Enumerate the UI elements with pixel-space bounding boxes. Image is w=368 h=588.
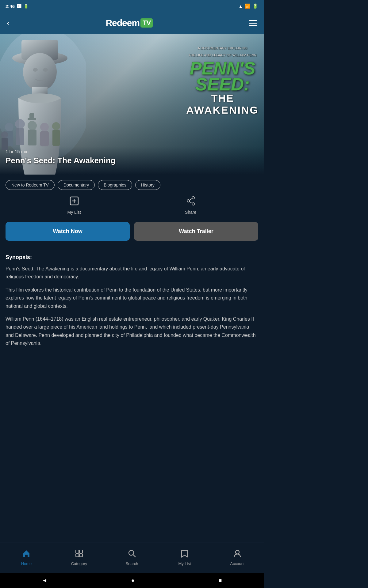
nav-search-label: Search xyxy=(125,561,138,566)
svg-point-36 xyxy=(236,550,239,554)
nav-account[interactable]: Account xyxy=(211,549,264,566)
account-icon xyxy=(233,549,242,560)
svg-point-16 xyxy=(52,122,60,130)
movie-title-graphic: A DOCUMENTARY EXPLORING THE LIFE AND LEG… xyxy=(186,46,259,116)
svg-rect-13 xyxy=(28,130,36,145)
tags-row: New to Redeem TV Documentary Biographies… xyxy=(0,175,264,193)
svg-point-25 xyxy=(192,197,194,199)
svg-point-12 xyxy=(28,121,37,130)
svg-point-10 xyxy=(15,119,25,129)
share-label: Share xyxy=(185,210,196,215)
tag-history[interactable]: History xyxy=(135,180,160,190)
nav-mylist-label: My List xyxy=(178,561,191,566)
movie-name-the: THE xyxy=(186,92,259,104)
svg-rect-17 xyxy=(52,130,60,146)
tag-documentary[interactable]: Documentary xyxy=(58,180,95,190)
bottom-nav: Home Category Search My List xyxy=(0,542,264,573)
nav-search[interactable]: Search xyxy=(105,549,158,566)
android-nav: ◄ ● ■ xyxy=(0,573,264,588)
svg-point-7 xyxy=(43,68,48,72)
menu-button[interactable] xyxy=(249,20,257,26)
nav-home[interactable]: Home xyxy=(0,549,53,566)
svg-point-27 xyxy=(187,200,190,202)
cta-row: Watch Now Watch Trailer xyxy=(0,220,264,248)
menu-line-1 xyxy=(249,20,257,21)
menu-line-2 xyxy=(249,23,257,24)
svg-rect-21 xyxy=(29,113,34,119)
wifi-icon: ▲ xyxy=(238,4,243,9)
svg-point-6 xyxy=(33,68,38,72)
action-row: My List Share xyxy=(0,193,264,220)
svg-point-18 xyxy=(1,131,8,138)
search-icon xyxy=(128,549,136,560)
back-button[interactable]: ‹ xyxy=(7,18,10,28)
my-list-button[interactable]: My List xyxy=(67,196,81,215)
svg-line-28 xyxy=(189,198,192,200)
category-icon xyxy=(75,549,83,560)
synopsis-title: Synopsis: xyxy=(6,254,258,261)
hero-title: Penn's Seed: The Awakening xyxy=(6,156,258,165)
app-logo: Redeem TV xyxy=(105,18,153,28)
nav-home-label: Home xyxy=(21,561,32,566)
nav-category-label: Category xyxy=(71,561,87,566)
status-bar: 2:46 🅿 🔋 ▲ 📶 🔋 xyxy=(0,0,264,12)
battery-icon: 🔋 xyxy=(24,4,29,9)
header: ‹ Redeem TV xyxy=(0,12,264,34)
my-list-icon xyxy=(69,196,79,208)
tag-new-to-redeem[interactable]: New to Redeem TV xyxy=(6,180,55,190)
svg-point-3 xyxy=(23,53,57,91)
battery-status-icon: 🔋 xyxy=(252,3,258,9)
hero-banner: A DOCUMENTARY EXPLORING THE LIFE AND LEG… xyxy=(0,34,264,175)
svg-rect-30 xyxy=(76,550,79,553)
android-back[interactable]: ◄ xyxy=(42,577,48,584)
my-list-label: My List xyxy=(67,210,81,215)
signal-icon: 📶 xyxy=(245,3,251,9)
movie-tagline-2: THE LIFE AND LEGACY OF WILLIAM PENN xyxy=(186,53,259,58)
android-recent[interactable]: ■ xyxy=(218,577,222,584)
nav-account-label: Account xyxy=(230,561,245,566)
watch-trailer-button[interactable]: Watch Trailer xyxy=(134,222,258,241)
svg-rect-33 xyxy=(79,554,82,557)
svg-rect-15 xyxy=(40,131,49,146)
movie-tagline-1: A DOCUMENTARY EXPLORING xyxy=(186,46,259,51)
svg-point-14 xyxy=(40,123,49,131)
share-icon xyxy=(186,196,196,208)
status-time: 2:46 xyxy=(6,4,15,9)
tag-biographies[interactable]: Biographies xyxy=(98,180,132,190)
menu-line-3 xyxy=(249,25,257,26)
logo-tv: TV xyxy=(140,18,153,28)
status-right: ▲ 📶 🔋 xyxy=(238,3,258,9)
nav-mylist[interactable]: My List xyxy=(158,549,211,566)
share-button[interactable]: Share xyxy=(185,196,196,215)
svg-point-8 xyxy=(5,123,13,131)
movie-name-seed: SEED: xyxy=(186,76,259,92)
svg-rect-32 xyxy=(76,554,79,557)
status-left: 2:46 🅿 🔋 xyxy=(6,4,29,9)
svg-rect-31 xyxy=(79,550,82,553)
mylist-icon xyxy=(180,549,189,560)
svg-point-34 xyxy=(129,550,134,555)
watch-now-button[interactable]: Watch Now xyxy=(6,222,130,241)
svg-rect-19 xyxy=(2,138,8,150)
svg-line-29 xyxy=(189,202,192,203)
svg-line-35 xyxy=(133,555,136,557)
synopsis-paragraph-2: This film explores the historical contri… xyxy=(6,286,258,310)
hero-title-area: 1 hr 15 min Penn's Seed: The Awakening xyxy=(6,149,258,165)
android-home[interactable]: ● xyxy=(131,577,135,584)
synopsis-section: Synopsis: Penn's Seed: The Awakening is … xyxy=(0,248,264,383)
svg-rect-11 xyxy=(16,128,24,145)
nav-category[interactable]: Category xyxy=(53,549,105,566)
notification-icon: 🅿 xyxy=(17,4,21,9)
movie-name-awakening: AWAKENING xyxy=(186,104,259,116)
synopsis-paragraph-1: Penn's Seed: The Awakening is a document… xyxy=(6,265,258,281)
logo-text: Redeem xyxy=(105,18,140,28)
hero-duration: 1 hr 15 min xyxy=(6,149,258,154)
synopsis-paragraph-3: William Penn (1644–1718) was an English … xyxy=(6,315,258,348)
svg-point-26 xyxy=(192,203,194,205)
home-icon xyxy=(22,549,31,560)
